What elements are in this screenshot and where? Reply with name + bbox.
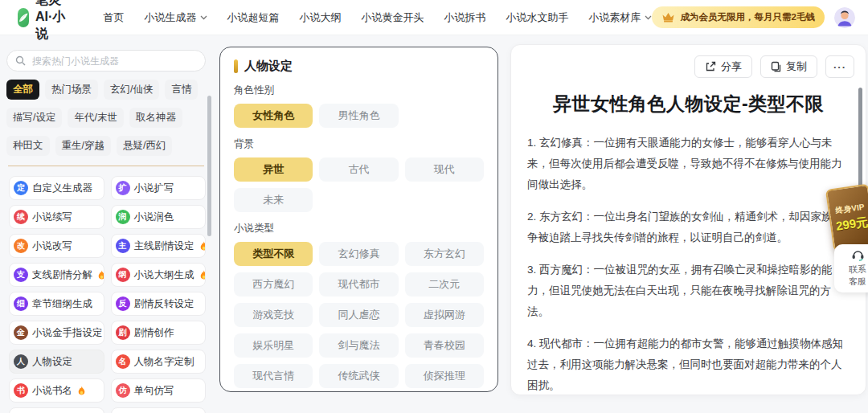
share-button[interactable]: 分享	[694, 55, 752, 78]
option-button[interactable]: 男性角色	[319, 104, 398, 128]
nav-item-4[interactable]: 小说大纲	[300, 10, 342, 25]
tool-item[interactable]: 改小说改写	[9, 234, 104, 258]
tool-item[interactable]: 续小说续写	[9, 205, 104, 229]
tool-label: 小说书名	[32, 384, 72, 398]
filter-tag[interactable]: 全部	[6, 80, 39, 100]
nav-item-7[interactable]: 小说水文助手	[506, 10, 569, 25]
option-button[interactable]: 虚拟网游	[405, 303, 484, 327]
content-area: 全部热门场景玄幻/仙侠言情描写/设定年代/末世取名神器种田文重生/穿越悬疑/西幻…	[0, 35, 868, 413]
option-button[interactable]: 剑与魔法	[319, 333, 398, 358]
search-input[interactable]	[31, 55, 197, 67]
filter-tag[interactable]: 悬疑/西幻	[117, 136, 172, 156]
section-label: 背景	[234, 137, 484, 151]
filter-tag[interactable]: 描写/设定	[6, 108, 62, 128]
tool-item[interactable]: 纲小说大纲生成	[111, 263, 207, 287]
search-box[interactable]	[6, 50, 206, 72]
tool-label: 单句仿写	[134, 384, 174, 398]
tool-item[interactable]	[111, 407, 207, 413]
tool-icon: 细	[14, 296, 28, 311]
tool-label: 剧情反转设定	[134, 297, 194, 311]
option-button[interactable]: 现代都市	[319, 272, 398, 296]
tool-item[interactable]: 支支线剧情分解	[9, 263, 104, 287]
crown-icon	[661, 12, 675, 22]
nav-item-3[interactable]: 小说超短篇	[227, 10, 280, 25]
section-label: 小说类型	[234, 222, 484, 235]
nav-item-label: 小说水文助手	[506, 10, 569, 25]
tool-item[interactable]: 金小说金手指设定	[9, 321, 104, 345]
tool-item[interactable]: 扩小说扩写	[111, 176, 207, 200]
sidebar-scrollbar[interactable]	[207, 96, 211, 236]
option-button[interactable]: 同人虐恋	[319, 303, 398, 327]
result-title: 异世女性角色人物设定-类型不限	[527, 92, 850, 117]
title-accent-bar	[234, 59, 238, 73]
sidebar-divider	[8, 166, 204, 166]
option-button[interactable]: 女性角色	[234, 104, 313, 128]
filter-tag[interactable]: 热门场景	[45, 80, 98, 100]
nav-item-label: 小说生成器	[145, 10, 197, 25]
option-button[interactable]: 现代	[405, 157, 484, 182]
tool-label: 剧情创作	[134, 326, 174, 340]
tool-item[interactable]: 润小说润色	[111, 205, 207, 229]
option-button[interactable]: 传统武侠	[319, 364, 398, 388]
option-button[interactable]: 娱乐明星	[234, 333, 313, 358]
nav-item-8[interactable]: 小说素材库	[589, 10, 652, 25]
filter-tag[interactable]: 年代/末世	[68, 108, 123, 128]
more-options-button[interactable]: ···	[825, 55, 854, 78]
tool-label: 人物设定	[32, 355, 72, 369]
result-paragraph: 2. 东方玄幻：一位出身名门望族的女剑仙，精通剑术，却因家族纷争被迫踏上寻找失传…	[527, 206, 845, 248]
option-button[interactable]: 古代	[319, 157, 398, 182]
tool-item[interactable]: 书小说书名	[9, 378, 104, 403]
tool-icon: 纲	[116, 268, 130, 282]
tool-item[interactable]: 主主线剧情设定	[111, 234, 207, 258]
filter-tag[interactable]: 种田文	[6, 136, 50, 156]
tool-item[interactable]: 名人物名字定制	[111, 350, 207, 374]
filter-tag[interactable]: 言情	[165, 80, 198, 100]
chevron-down-icon	[645, 15, 652, 20]
tool-item[interactable]: 反剧情反转设定	[111, 292, 207, 316]
copy-icon	[771, 61, 781, 72]
option-button[interactable]: 游戏竞技	[234, 303, 313, 327]
option-button[interactable]: 西方魔幻	[234, 272, 313, 296]
nav-item-label: 小说大纲	[300, 10, 342, 25]
option-button[interactable]: 异世	[234, 157, 313, 182]
fire-icon	[199, 270, 207, 280]
nav-item-5[interactable]: 小说黄金开头	[362, 10, 424, 25]
option-button[interactable]: 未来	[234, 188, 313, 212]
tool-icon: 扩	[116, 181, 130, 195]
option-button[interactable]: 青春校园	[405, 333, 484, 358]
tool-item[interactable]: 剧剧情创作	[111, 321, 207, 345]
tool-item[interactable]: 定自定义生成器	[9, 176, 104, 200]
tool-item[interactable]: 仿单句仿写	[111, 378, 207, 403]
tool-item[interactable]: 细章节细纲生成	[9, 292, 104, 316]
option-button[interactable]: 现代言情	[234, 364, 313, 388]
nav-item-1[interactable]: 首页	[104, 10, 125, 25]
tool-icon: 定	[14, 181, 28, 195]
app-logo-icon	[18, 8, 29, 27]
tool-icon: 主	[116, 239, 130, 253]
nav-item-2[interactable]: 小说生成器	[145, 10, 207, 25]
copy-button-label: 复制	[786, 59, 807, 74]
nav-item-label: 小说超短篇	[227, 10, 280, 25]
nav-item-6[interactable]: 小说拆书	[444, 10, 486, 25]
membership-banner[interactable]: 成为会员无限用，每月只需2毛钱	[652, 6, 825, 28]
tool-item[interactable]	[9, 407, 104, 413]
panel-sections: 角色性别女性角色男性角色背景异世古代现代未来小说类型类型不限玄幻修真东方玄幻西方…	[234, 84, 484, 388]
filter-tag[interactable]: 取名神器	[129, 108, 182, 128]
option-button[interactable]: 东方玄幻	[405, 242, 484, 266]
share-button-label: 分享	[721, 59, 742, 74]
app-logo[interactable]: 笔灵AI·小说	[18, 0, 72, 43]
copy-button[interactable]: 复制	[760, 55, 817, 78]
filter-tag[interactable]: 重生/穿越	[55, 136, 111, 156]
user-avatar[interactable]	[834, 7, 855, 28]
tool-label: 人物名字定制	[134, 355, 194, 369]
character-settings-panel: 人物设定 角色性别女性角色男性角色背景异世古代现代未来小说类型类型不限玄幻修真东…	[219, 47, 498, 392]
filter-tag[interactable]: 玄幻/仙侠	[104, 80, 159, 100]
option-button[interactable]: 玄幻修真	[319, 242, 398, 266]
option-button[interactable]: 类型不限	[234, 242, 313, 266]
contact-support-widget[interactable]: 联系客服	[834, 244, 868, 292]
tool-item[interactable]: 人人物设定	[9, 350, 104, 374]
option-button[interactable]: 侦探推理	[405, 364, 484, 388]
tool-list: 定自定义生成器扩小说扩写续小说续写润小说润色改小说改写主主线剧情设定支支线剧情分…	[6, 176, 206, 413]
option-button[interactable]: 二次元	[405, 272, 484, 296]
option-group: 女性角色男性角色	[234, 104, 484, 128]
